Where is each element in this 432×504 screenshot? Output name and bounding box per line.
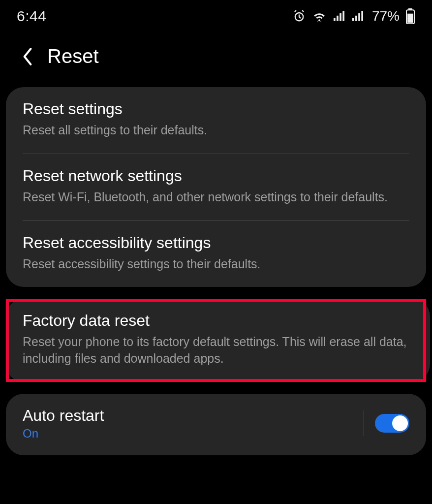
item-subtitle: Reset Wi-Fi, Bluetooth, and other networ… xyxy=(23,189,409,206)
signal-bars-icon xyxy=(351,11,364,22)
factory-data-reset-item[interactable]: Factory data reset Reset your phone to i… xyxy=(6,299,426,382)
toggle-state-label: On xyxy=(23,427,353,441)
status-time: 6:44 xyxy=(17,8,46,25)
page-header: Reset xyxy=(0,31,432,87)
toggle-knob xyxy=(392,415,408,431)
reset-network-settings-item[interactable]: Reset network settings Reset Wi-Fi, Blue… xyxy=(6,154,426,220)
svg-rect-5 xyxy=(352,18,354,21)
battery-percentage: 77% xyxy=(372,8,400,24)
svg-rect-4 xyxy=(342,11,344,21)
auto-restart-card: Auto restart On xyxy=(6,394,426,455)
alarm-icon xyxy=(292,9,306,23)
status-bar: 6:44 77% xyxy=(0,0,432,31)
svg-rect-3 xyxy=(339,13,341,21)
item-subtitle: Reset accessibility settings to their de… xyxy=(23,256,409,273)
page-title: Reset xyxy=(47,45,99,67)
svg-rect-1 xyxy=(334,18,336,21)
svg-rect-11 xyxy=(407,14,413,23)
item-title: Auto restart xyxy=(23,407,353,425)
reset-options-card: Reset settings Reset all settings to the… xyxy=(6,87,426,287)
svg-rect-7 xyxy=(358,13,360,21)
item-subtitle: Reset all settings to their defaults. xyxy=(23,122,409,139)
svg-rect-6 xyxy=(355,16,357,21)
auto-restart-toggle[interactable] xyxy=(375,414,409,433)
divider xyxy=(364,410,364,436)
auto-restart-item[interactable]: Auto restart On xyxy=(6,394,426,455)
item-title: Reset network settings xyxy=(23,167,409,185)
item-title: Reset accessibility settings xyxy=(23,234,409,252)
wifi-icon xyxy=(312,10,327,22)
svg-rect-2 xyxy=(337,16,339,21)
factory-reset-highlight: Factory data reset Reset your phone to i… xyxy=(6,299,426,382)
reset-settings-item[interactable]: Reset settings Reset all settings to the… xyxy=(6,87,426,154)
item-title: Factory data reset xyxy=(23,312,409,330)
chevron-left-icon xyxy=(22,47,33,66)
item-subtitle: Reset your phone to its factory default … xyxy=(23,334,409,367)
svg-rect-8 xyxy=(361,11,363,21)
back-button[interactable] xyxy=(22,47,33,66)
battery-icon xyxy=(405,8,415,24)
status-right: 77% xyxy=(292,8,415,24)
signal-bars-icon xyxy=(333,11,345,22)
reset-accessibility-settings-item[interactable]: Reset accessibility settings Reset acces… xyxy=(6,221,426,287)
item-title: Reset settings xyxy=(23,100,409,118)
